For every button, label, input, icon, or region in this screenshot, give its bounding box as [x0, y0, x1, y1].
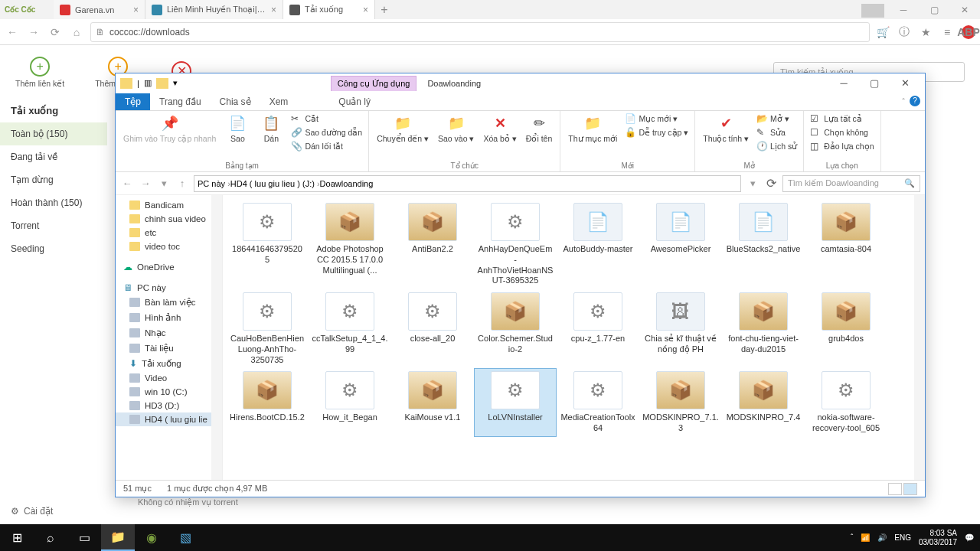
nav-folder[interactable]: chinh sua video — [116, 212, 222, 226]
bookmark-icon[interactable]: ★ — [919, 25, 933, 39]
file-item[interactable]: 📄BlueStacks2_native — [722, 200, 805, 289]
tab-file[interactable]: Tệp — [116, 93, 150, 110]
reload-button[interactable]: ⟳ — [47, 26, 63, 38]
nav-videos[interactable]: Video — [116, 371, 222, 385]
file-item[interactable]: 📦AntiBan2.2 — [391, 200, 474, 289]
taskbar-app-coccoc[interactable]: ◉ — [135, 524, 168, 551]
refresh-button[interactable]: ⟳ — [764, 176, 778, 191]
open-button[interactable]: 📂Mở ▾ — [755, 112, 799, 125]
file-item[interactable]: ⚙186441646379520 5 — [226, 200, 309, 289]
maximize-button[interactable]: ▢ — [919, 0, 949, 19]
properties-button[interactable]: ✔Thuộc tính ▾ — [700, 112, 752, 145]
file-item[interactable]: ⚙nokia-software-recovery-tool_605 — [805, 368, 887, 437]
file-item[interactable]: ⚙CauHoBenBenHienLuong-AnhTho-3250735 — [226, 289, 309, 368]
qat-dropdown-icon[interactable]: ▾ — [173, 78, 178, 88]
close-button[interactable]: ✕ — [949, 0, 980, 19]
tab-view[interactable]: Xem — [260, 93, 298, 110]
close-icon[interactable]: × — [133, 5, 139, 15]
properties-icon[interactable]: ▥ — [144, 78, 152, 88]
file-item[interactable]: ⚙ccTalkSetup_4_1_4.99 — [309, 289, 391, 368]
sidebar-item-paused[interactable]: Tạm dừng — [0, 168, 107, 191]
history-button[interactable]: 🕐Lịch sử — [755, 140, 799, 152]
rename-button[interactable]: ✏Đổi tên — [523, 112, 555, 145]
file-item[interactable]: 📄AutoBuddy-master — [557, 200, 639, 289]
back-button[interactable]: ← — [5, 26, 20, 38]
notifications-icon[interactable]: 💬 — [965, 533, 974, 542]
sidebar-item-all[interactable]: Toàn bộ (150) — [0, 122, 107, 145]
pin-button[interactable]: 📌Ghim vào Truy cập nhanh — [120, 112, 219, 145]
menu-icon[interactable]: ≡ — [940, 25, 954, 39]
maximize-button[interactable]: ▢ — [859, 77, 890, 89]
file-item[interactable]: 📦font-chu-tieng-viet-day-du2015 — [722, 289, 805, 368]
scrollbar[interactable] — [914, 195, 925, 480]
taskbar-app[interactable]: ▧ — [168, 524, 202, 551]
file-item[interactable]: ⚙How_it_Began — [309, 368, 391, 437]
invert-selection-button[interactable]: ◫Đảo lựa chọn — [808, 140, 875, 152]
file-item[interactable]: 📦MODSKINPRO_7.1.3 — [639, 368, 722, 437]
forward-button[interactable]: → — [26, 26, 41, 38]
nav-onedrive[interactable]: ☁OneDrive — [116, 259, 222, 275]
nav-desktop[interactable]: Bàn làm việc — [116, 295, 222, 310]
minimize-button[interactable]: ─ — [828, 77, 859, 89]
close-icon[interactable]: × — [271, 5, 276, 15]
task-view-button[interactable]: ▭ — [67, 524, 101, 551]
files-pane[interactable]: ⚙186441646379520 5📦Adobe Photoshop CC 20… — [223, 195, 925, 480]
add-link-button[interactable]: +Thêm liên kết — [15, 57, 64, 88]
delete-button[interactable]: ✕Xóa bỏ ▾ — [480, 112, 519, 145]
copy-path-button[interactable]: 🔗Sao đường dẫn — [289, 126, 364, 139]
paste-button[interactable]: 📋Dán — [256, 112, 286, 145]
file-item[interactable]: ⚙LoLVNInstaller — [474, 368, 557, 437]
contextual-tab[interactable]: Công cụ Ứng dụng — [331, 76, 417, 91]
taskbar-app-explorer[interactable]: 📁 — [101, 524, 135, 551]
browser-tab[interactable]: Garena.vn× — [54, 0, 145, 19]
scrollbar[interactable] — [211, 195, 222, 480]
tab-home[interactable]: Trang đầu — [150, 93, 211, 110]
file-item[interactable]: 📦grub4dos — [805, 289, 887, 368]
network-icon[interactable]: 📶 — [861, 533, 870, 542]
nav-folder[interactable]: etc — [116, 226, 222, 240]
breadcrumb[interactable]: PC này HD4 ( luu giu lieu ) (J:) Doawloa… — [194, 175, 741, 192]
language-indicator[interactable]: ENG — [894, 533, 911, 542]
nav-pictures[interactable]: Hình ảnh — [116, 310, 222, 325]
explorer-titlebar[interactable]: | ▥ ▾ Công cụ Ứng dụng Doawloanding ─ ▢ … — [116, 73, 925, 93]
file-item[interactable]: ⚙cpu-z_1.77-en — [557, 289, 639, 368]
close-icon[interactable]: × — [363, 5, 368, 15]
nav-folder[interactable]: Bandicam — [116, 198, 222, 212]
help-icon[interactable]: ? — [910, 96, 920, 106]
settings-link[interactable]: ⚙Cài đặt — [0, 498, 64, 524]
sidebar-item-completed[interactable]: Hoàn thành (150) — [0, 191, 107, 214]
home-button[interactable]: ⌂ — [69, 26, 84, 38]
user-icon[interactable] — [858, 0, 888, 19]
up-button[interactable]: ↑ — [175, 178, 189, 189]
minimize-button[interactable]: ─ — [888, 0, 919, 19]
cut-button[interactable]: ✂Cắt — [289, 112, 364, 125]
file-item[interactable]: ⚙close-all_20 — [391, 289, 474, 368]
nav-drive-j[interactable]: HD4 ( luu giu lie — [116, 412, 222, 426]
nav-this-pc[interactable]: 🖥PC này — [116, 281, 222, 295]
tab-share[interactable]: Chia sẻ — [211, 93, 260, 110]
move-to-button[interactable]: 📁Chuyển đến ▾ — [374, 112, 432, 145]
tab-manage[interactable]: Quản lý — [329, 93, 380, 110]
new-folder-button[interactable]: 📁Thư mục mới — [565, 112, 620, 145]
details-view-button[interactable] — [888, 483, 902, 495]
file-item[interactable]: 📦camtasia-804 — [805, 200, 887, 289]
file-item[interactable]: ⚙AnhHayDenQueEm-AnhThoVietHoanNSUT-36953… — [474, 200, 557, 289]
file-item[interactable]: ⚙MediaCreationToolx64 — [557, 368, 639, 437]
browser-tab[interactable]: Liên Minh Huyền Thoại|G…× — [145, 0, 283, 19]
select-none-button[interactable]: ☐Chọn không — [808, 126, 875, 139]
file-item[interactable]: 📦MODSKINPRO_7.4 — [722, 368, 805, 437]
nav-drive-c[interactable]: win 10 (C:) — [116, 385, 222, 399]
file-item[interactable]: 🖼Chia sẻ kĩ thuật về nồng độ PH — [639, 289, 722, 368]
sidebar-item-torrent[interactable]: Torrent — [0, 214, 107, 237]
history-dropdown[interactable]: ▾ — [157, 178, 171, 189]
sidebar-item-seeding[interactable]: Seeding — [0, 237, 107, 260]
cart-icon[interactable]: 🛒 — [876, 25, 890, 39]
edit-button[interactable]: ✎Sửa — [755, 126, 799, 139]
nav-music[interactable]: Nhạc — [116, 325, 222, 341]
tray-chevron-icon[interactable]: ˆ — [851, 533, 853, 542]
clock[interactable]: 8:03 SA03/03/2017 — [919, 529, 957, 547]
select-all-button[interactable]: ☑Lựa tất cả — [808, 112, 875, 125]
nav-folder[interactable]: video toc — [116, 240, 222, 253]
extension-icon[interactable]: ⓘ — [897, 25, 911, 39]
copy-button[interactable]: 📄Sao — [222, 112, 253, 145]
